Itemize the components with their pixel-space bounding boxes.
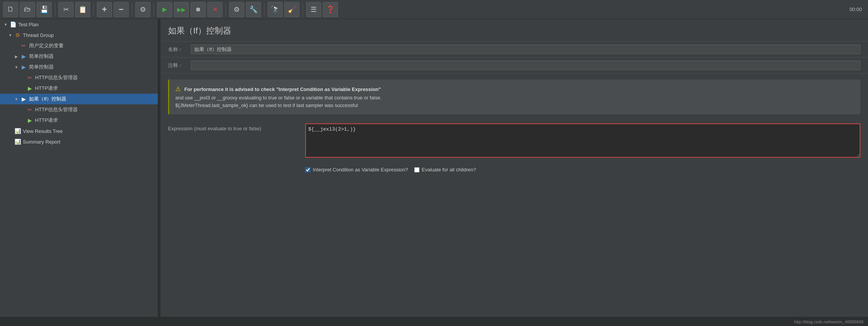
timer-display: 00:00 bbox=[849, 6, 865, 12]
http-req-1-label: HTTP请求 bbox=[35, 85, 58, 92]
toggle-summary-report bbox=[8, 140, 13, 144]
run-button[interactable]: ▶ bbox=[157, 2, 172, 17]
tree-item-simple-ctrl-1[interactable]: ▶ ▶ 简单控制器 bbox=[0, 51, 158, 62]
stop-all-button[interactable]: ✕ bbox=[207, 2, 223, 17]
toggle-test-plan[interactable]: ▼ bbox=[3, 22, 8, 27]
sep1 bbox=[55, 3, 55, 16]
view-results-label: View Results Tree bbox=[23, 128, 63, 134]
content-panel: 如果（If）控制器 名称： 注释： ⚠ For performance it i… bbox=[160, 19, 868, 317]
tree-item-thread-group[interactable]: ▼ ⚙ Thread Group bbox=[0, 30, 158, 40]
list-button[interactable]: ☰ bbox=[306, 2, 321, 17]
tree-item-test-plan[interactable]: ▼ 📄 Test Plan bbox=[0, 19, 158, 30]
tree-item-simple-ctrl-2[interactable]: ▼ ▶ 简单控制器 bbox=[0, 62, 158, 72]
paste-button[interactable]: 📋 bbox=[75, 2, 90, 17]
simple-ctrl-2-label: 简单控制器 bbox=[29, 64, 54, 70]
clear-button[interactable]: 🧹 bbox=[284, 2, 299, 17]
user-vars-label: 用户定义的变量 bbox=[29, 42, 64, 49]
status-url: http://blog.csdn.net/weixin_46989848 bbox=[794, 320, 863, 324]
interpret-condition-text: Interpret Condition as Variable Expressi… bbox=[313, 167, 408, 173]
expression-input[interactable]: ${__jexl3(2>1,)} bbox=[305, 123, 860, 158]
tree-item-http-header-1[interactable]: ✂ HTTP信息头管理器 bbox=[0, 72, 158, 83]
settings-button[interactable]: ⚙ bbox=[229, 2, 244, 17]
sep7 bbox=[303, 3, 303, 16]
panel-title: 如果（If）控制器 bbox=[160, 19, 868, 42]
if-ctrl-label: 如果（If）控制器 bbox=[29, 96, 66, 102]
if-ctrl-icon: ▶ bbox=[20, 95, 27, 103]
test-plan-tree: ▼ 📄 Test Plan ▼ ⚙ Thread Group ✂ 用户定义的变量… bbox=[0, 19, 158, 317]
toggle-http-req-2 bbox=[20, 118, 25, 123]
evaluate-all-text: Evaluate for all children? bbox=[422, 167, 476, 173]
test-plan-label: Test Plan bbox=[18, 22, 38, 27]
tree-item-user-vars[interactable]: ✂ 用户定义的变量 bbox=[0, 40, 158, 51]
warning-box: ⚠ For performance it is advised to check… bbox=[168, 80, 860, 114]
comment-row: 注释： bbox=[160, 58, 868, 74]
add-button[interactable]: + bbox=[97, 2, 112, 17]
evaluate-all-checkbox[interactable] bbox=[414, 167, 420, 173]
toggle-if-ctrl[interactable]: ▼ bbox=[14, 97, 19, 101]
expression-section: Expression (must evaluate to true or fal… bbox=[160, 120, 868, 161]
simple-ctrl-1-icon: ▶ bbox=[20, 53, 27, 60]
interpret-condition-checkbox[interactable] bbox=[305, 167, 311, 173]
sep5 bbox=[226, 3, 226, 16]
remove-button[interactable]: − bbox=[114, 2, 129, 17]
http-req-2-label: HTTP请求 bbox=[35, 117, 58, 124]
simple-ctrl-1-label: 简单控制器 bbox=[29, 53, 54, 60]
open-button[interactable]: 🗁 bbox=[20, 2, 35, 17]
http-header-1-icon: ✂ bbox=[26, 74, 34, 82]
toggle-simple-ctrl-2[interactable]: ▼ bbox=[14, 65, 19, 69]
user-vars-icon: ✂ bbox=[20, 42, 27, 50]
http-header-2-icon: ✂ bbox=[26, 106, 34, 113]
http-req-1-icon: ▶ bbox=[26, 85, 34, 92]
thread-group-label: Thread Group bbox=[23, 32, 54, 38]
tree-item-http-req-2[interactable]: ▶ HTTP请求 bbox=[0, 115, 158, 126]
expression-label: Expression (must evaluate to true or fal… bbox=[168, 123, 305, 131]
tree-item-http-header-2[interactable]: ✂ HTTP信息头管理器 bbox=[0, 104, 158, 115]
sep4 bbox=[154, 3, 154, 16]
config-button[interactable]: ⚙ bbox=[135, 2, 151, 17]
options-row: Interpret Condition as Variable Expressi… bbox=[298, 161, 868, 179]
simple-ctrl-2-icon: ▶ bbox=[20, 63, 27, 71]
thread-group-icon: ⚙ bbox=[14, 31, 21, 39]
stop-button[interactable]: ⏺ bbox=[191, 2, 206, 17]
toolbar: 🗋 🗁 💾 ✂ 📋 + − ⚙ ▶ ▶▶ ⏺ ✕ ⚙ 🔧 🔭 🧹 ☰ ❓ 00:… bbox=[0, 0, 868, 19]
help-button[interactable]: ❓ bbox=[323, 2, 338, 17]
sep6 bbox=[264, 3, 264, 16]
new-button[interactable]: 🗋 bbox=[3, 2, 18, 17]
comment-label: 注释： bbox=[168, 62, 191, 69]
search-button[interactable]: 🔭 bbox=[267, 2, 283, 17]
toggle-http-header-1 bbox=[20, 76, 25, 80]
toggle-thread-group[interactable]: ▼ bbox=[8, 33, 13, 37]
http-req-2-icon: ▶ bbox=[26, 117, 34, 124]
tree-item-view-results[interactable]: 📊 View Results Tree bbox=[0, 126, 158, 136]
save-button[interactable]: 💾 bbox=[37, 2, 52, 17]
status-bar: http://blog.csdn.net/weixin_46989848 bbox=[0, 317, 868, 326]
tree-item-http-req-1[interactable]: ▶ HTTP请求 bbox=[0, 83, 158, 94]
run-all-button[interactable]: ▶▶ bbox=[174, 2, 189, 17]
summary-report-icon: 📊 bbox=[14, 138, 21, 145]
toggle-user-vars bbox=[14, 44, 19, 48]
http-header-2-label: HTTP信息头管理器 bbox=[35, 106, 78, 113]
warning-text: For performance it is advised to check "… bbox=[175, 86, 381, 108]
comment-input[interactable] bbox=[191, 61, 860, 70]
sep2 bbox=[93, 3, 94, 16]
name-input[interactable] bbox=[191, 45, 860, 54]
cut-button[interactable]: ✂ bbox=[58, 2, 74, 17]
main-area: ▼ 📄 Test Plan ▼ ⚙ Thread Group ✂ 用户定义的变量… bbox=[0, 19, 868, 317]
name-row: 名称： bbox=[160, 42, 868, 58]
test-plan-icon: 📄 bbox=[9, 21, 17, 28]
tree-item-summary-report[interactable]: 📊 Summary Report bbox=[0, 136, 158, 147]
interpret-condition-label[interactable]: Interpret Condition as Variable Expressi… bbox=[305, 167, 408, 173]
view-results-icon: 📊 bbox=[14, 127, 21, 135]
toggle-view-results bbox=[8, 129, 13, 133]
toggle-simple-ctrl-1[interactable]: ▶ bbox=[14, 54, 19, 59]
sep3 bbox=[132, 3, 132, 16]
evaluate-all-label[interactable]: Evaluate for all children? bbox=[414, 167, 476, 173]
tools-button[interactable]: 🔧 bbox=[246, 2, 261, 17]
name-label: 名称： bbox=[168, 46, 191, 53]
toggle-http-header-2 bbox=[20, 108, 25, 112]
http-header-1-label: HTTP信息头管理器 bbox=[35, 74, 78, 81]
tree-item-if-ctrl[interactable]: ▼ ▶ 如果（If）控制器 bbox=[0, 94, 158, 104]
summary-report-label: Summary Report bbox=[23, 139, 60, 145]
toggle-http-req-1 bbox=[20, 86, 25, 91]
warning-icon: ⚠ bbox=[175, 86, 181, 92]
